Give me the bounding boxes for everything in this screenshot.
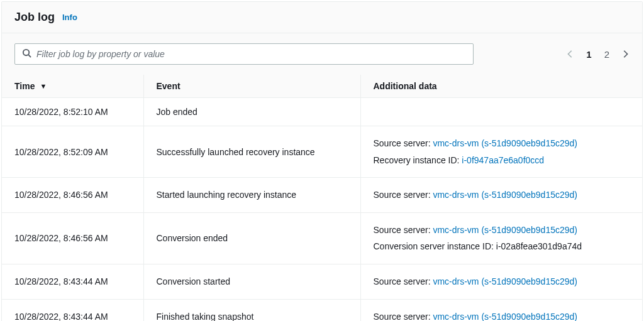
table-row: 10/28/2022, 8:46:56 AMStarted launching … (2, 178, 642, 213)
panel-title: Job log (14, 11, 55, 24)
col-header-additional-label: Additional data (374, 81, 437, 91)
cell-time: 10/28/2022, 8:52:10 AM (2, 98, 143, 126)
cell-additional: Source server: vmc-drs-vm (s-51d9090eb9d… (360, 212, 642, 264)
additional-label: Conversion server instance ID: (374, 241, 496, 251)
col-header-event[interactable]: Event (143, 75, 360, 98)
sort-desc-icon: ▼ (40, 82, 47, 90)
col-header-time-label: Time (14, 81, 35, 91)
col-header-additional[interactable]: Additional data (360, 75, 642, 98)
pagination: 1 2 (566, 49, 630, 60)
cell-additional: Source server: vmc-drs-vm (s-51d9090eb9d… (360, 178, 642, 213)
job-log-panel: Job log Info 1 2 (1, 1, 643, 321)
search-input[interactable] (14, 43, 474, 65)
additional-link[interactable]: vmc-drs-vm (s-51d9090eb9d15c29d) (433, 276, 577, 286)
additional-line: Conversion server instance ID: i-02a8fea… (374, 238, 630, 255)
cell-additional (360, 98, 642, 126)
cell-time: 10/28/2022, 8:46:56 AM (2, 178, 143, 213)
search-icon (22, 48, 31, 60)
cell-event: Job ended (143, 98, 360, 126)
cell-time: 10/28/2022, 8:43:44 AM (2, 264, 143, 299)
additional-label: Source server: (374, 312, 433, 321)
additional-label: Source server: (374, 138, 433, 148)
info-link[interactable]: Info (62, 13, 77, 22)
additional-line: Source server: vmc-drs-vm (s-51d9090eb9d… (374, 222, 630, 239)
cell-event: Finished taking snapshot (143, 299, 360, 321)
additional-line: Source server: vmc-drs-vm (s-51d9090eb9d… (374, 273, 630, 290)
job-log-table: Time ▼ Event Additional data 10/28/2022,… (2, 75, 642, 321)
cell-time: 10/28/2022, 8:46:56 AM (2, 212, 143, 264)
cell-event: Successfully launched recovery instance (143, 126, 360, 178)
cell-additional: Source server: vmc-drs-vm (s-51d9090eb9d… (360, 126, 642, 178)
additional-line: Recovery instance ID: i-0f947aa7e6a0f0cc… (374, 152, 630, 169)
table-row: 10/28/2022, 8:43:44 AMFinished taking sn… (2, 299, 642, 321)
cell-event: Started launching recovery instance (143, 178, 360, 213)
cell-time: 10/28/2022, 8:43:44 AM (2, 299, 143, 321)
additional-line: Source server: vmc-drs-vm (s-51d9090eb9d… (374, 308, 630, 321)
additional-label: Source server: (374, 276, 433, 286)
additional-link[interactable]: vmc-drs-vm (s-51d9090eb9d15c29d) (433, 138, 577, 148)
svg-point-0 (23, 50, 29, 55)
table-row: 10/28/2022, 8:52:09 AMSuccessfully launc… (2, 126, 642, 178)
toolbar: 1 2 (2, 33, 642, 75)
additional-link[interactable]: vmc-drs-vm (s-51d9090eb9d15c29d) (433, 312, 577, 321)
table-row: 10/28/2022, 8:43:44 AMConversion started… (2, 264, 642, 299)
additional-line: Source server: vmc-drs-vm (s-51d9090eb9d… (374, 135, 630, 152)
col-header-event-label: Event (157, 81, 180, 91)
table-row: 10/28/2022, 8:46:56 AMConversion endedSo… (2, 212, 642, 264)
panel-header: Job log Info (2, 2, 642, 33)
col-header-time[interactable]: Time ▼ (2, 75, 143, 98)
additional-text: i-02a8feae301d9a74d (496, 241, 582, 251)
page-2[interactable]: 2 (603, 49, 611, 60)
svg-line-1 (28, 55, 31, 57)
page-1[interactable]: 1 (585, 49, 592, 60)
cell-additional: Source server: vmc-drs-vm (s-51d9090eb9d… (360, 299, 642, 321)
prev-page-icon[interactable] (566, 50, 575, 58)
search-wrapper (14, 43, 474, 65)
additional-link[interactable]: i-0f947aa7e6a0f0ccd (462, 155, 544, 165)
cell-event: Conversion ended (143, 212, 360, 264)
cell-event: Conversion started (143, 264, 360, 299)
additional-label: Recovery instance ID: (374, 155, 462, 165)
additional-link[interactable]: vmc-drs-vm (s-51d9090eb9d15c29d) (433, 225, 577, 235)
table-row: 10/28/2022, 8:52:10 AMJob ended (2, 98, 642, 126)
additional-label: Source server: (374, 190, 433, 200)
cell-additional: Source server: vmc-drs-vm (s-51d9090eb9d… (360, 264, 642, 299)
additional-link[interactable]: vmc-drs-vm (s-51d9090eb9d15c29d) (433, 190, 577, 200)
additional-label: Source server: (374, 225, 433, 235)
next-page-icon[interactable] (621, 50, 630, 58)
cell-time: 10/28/2022, 8:52:09 AM (2, 126, 143, 178)
additional-line: Source server: vmc-drs-vm (s-51d9090eb9d… (374, 187, 630, 204)
